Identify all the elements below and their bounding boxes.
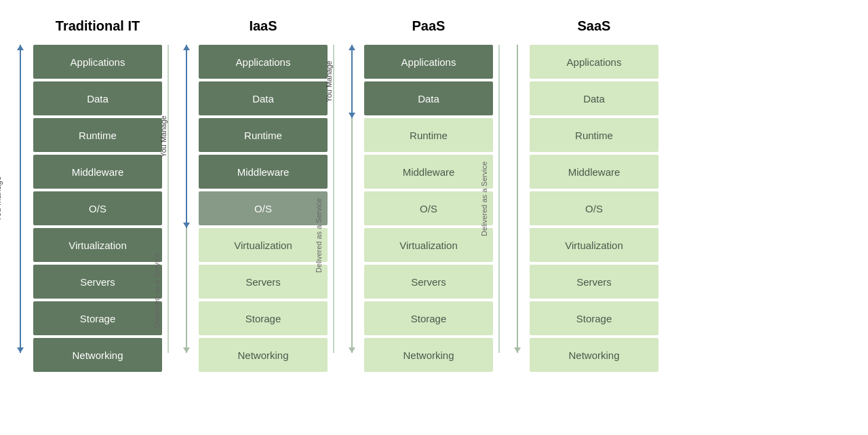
iaas-delivered-label: Delivered as a Service [153, 253, 220, 328]
iaas-data: Data [199, 81, 328, 115]
iaas-title: IaaS [249, 14, 277, 38]
paas-applications: Applications [364, 45, 493, 79]
saas-delivered-label: Delivered as a Service [480, 162, 555, 236]
paas-networking: Networking [364, 338, 493, 372]
traditional-servers: Servers [33, 265, 162, 299]
traditional-applications: Applications [33, 45, 162, 79]
traditional-you-manage-label: You Manage [0, 176, 47, 222]
saas-runtime: Runtime [530, 118, 658, 152]
iaas-you-manage-down [183, 223, 190, 228]
iaas-delivered-down [183, 347, 190, 353]
saas-data: Data [530, 81, 658, 115]
iaas-you-manage-up [183, 45, 190, 50]
between-paas-saas: Delivered as a Service [493, 45, 530, 353]
paas-column: PaaS Applications Data Runtime Middlewar… [364, 14, 493, 372]
paas-arrows: You Manage Delivered as a Service [340, 45, 364, 353]
between-iaas-paas: You Manage Delivered as a Service [328, 45, 364, 353]
traditional-middleware: Middleware [33, 155, 162, 189]
saas-delivered-line: Delivered as a Service [517, 45, 518, 353]
saas-applications: Applications [530, 45, 658, 79]
paas-you-manage-up [349, 45, 355, 50]
paas-data: Data [364, 81, 493, 115]
iaas-os: O/S [199, 191, 328, 225]
traditional-os: O/S [33, 191, 162, 225]
iaas-networking: Networking [199, 338, 328, 372]
diagram: You Manage Traditional IT Applications D… [0, 0, 868, 435]
between-traditional-iaas: You Manage Delivered as a Service [162, 45, 199, 353]
saas-storage: Storage [530, 301, 658, 335]
iaas-runtime: Runtime [199, 118, 328, 152]
traditional-networking: Networking [33, 338, 162, 372]
traditional-virtualization: Virtualization [33, 228, 162, 262]
paas-you-manage-down [349, 113, 355, 118]
paas-you-manage-line: You Manage [351, 45, 353, 118]
iaas-you-manage-label: You Manage [159, 115, 214, 157]
arrow-down-head [17, 347, 24, 353]
saas-delivered-down [514, 347, 521, 353]
iaas-applications: Applications [199, 45, 328, 79]
paas-delivered-label: Delivered as a Service [315, 198, 389, 273]
iaas-you-manage-line: You Manage [186, 45, 187, 228]
iaas-middleware: Middleware [199, 155, 328, 189]
iaas-arrows: You Manage Delivered as a Service [174, 45, 199, 353]
traditional-it-column: Traditional IT Applications Data Runtime… [33, 14, 162, 372]
saas-arrows: Delivered as a Service [505, 45, 530, 353]
paas-you-manage-label: You Manage [325, 60, 379, 102]
saas-title: SaaS [578, 14, 611, 38]
traditional-arrow-line: You Manage [20, 45, 21, 353]
paas-title: PaaS [412, 14, 446, 38]
paas-middleware: Middleware [364, 155, 493, 189]
paas-storage: Storage [364, 301, 493, 335]
paas-delivered-down [349, 347, 355, 353]
traditional-data: Data [33, 81, 162, 115]
traditional-it-stack: Applications Data Runtime Middleware O/S… [33, 45, 162, 372]
saas-servers: Servers [530, 265, 658, 299]
traditional-storage: Storage [33, 301, 162, 335]
arrow-up-head [17, 45, 24, 50]
saas-networking: Networking [530, 338, 658, 372]
paas-runtime: Runtime [364, 118, 493, 152]
traditional-it-title: Traditional IT [56, 14, 140, 38]
iaas-delivered-line: Delivered as a Service [186, 228, 187, 353]
paas-delivered-line: Delivered as a Service [351, 118, 353, 353]
traditional-it-block: You Manage Traditional IT Applications D… [10, 14, 162, 372]
traditional-runtime: Runtime [33, 118, 162, 152]
traditional-you-manage-arrow: You Manage [10, 45, 31, 353]
